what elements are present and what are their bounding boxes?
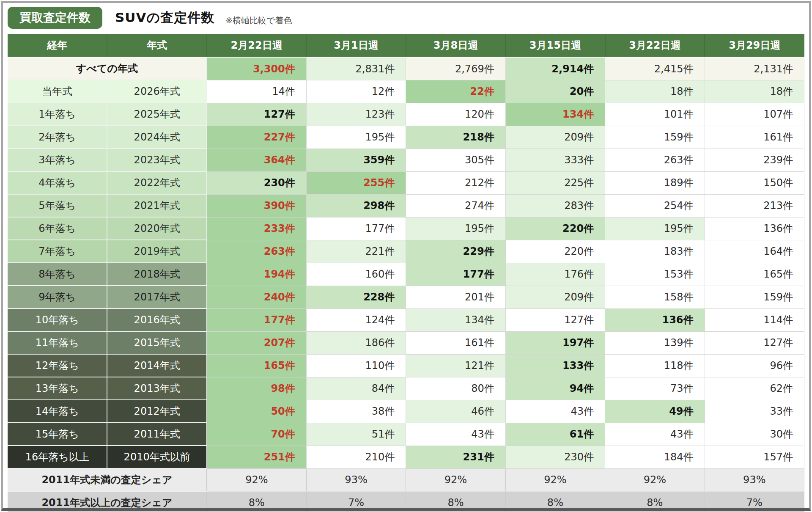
count-cell: 157件 (705, 446, 804, 468)
count-cell: 98件 (207, 377, 306, 400)
count-cell: 124件 (306, 308, 406, 331)
model-year-row: 11年落ち2015年式207件186件161件197件139件127件 (8, 331, 804, 354)
count-cell: 165件 (705, 263, 804, 286)
count-cell: 164件 (705, 240, 804, 263)
count-cell: 43件 (406, 423, 505, 446)
model-year-row: 当年式2026年式14件12件22件20件18件18件 (8, 80, 804, 103)
share-percent-cell: 8% (505, 491, 605, 512)
share-row-label: 2011年式以上の査定シェア (8, 491, 207, 512)
count-cell: 177件 (306, 217, 406, 240)
count-cell: 390件 (207, 194, 306, 217)
age-label: 3年落ち (8, 149, 107, 171)
model-year-label: 2018年式 (107, 263, 206, 286)
count-cell: 194件 (207, 263, 306, 286)
share-percent-cell: 92% (207, 468, 306, 491)
count-cell: 38件 (306, 400, 406, 423)
count-cell: 134件 (406, 308, 505, 331)
count-cell: 227件 (207, 126, 306, 149)
count-cell: 201件 (406, 286, 505, 308)
share-percent-cell: 92% (505, 468, 605, 491)
summary-count-cell: 2,769件 (406, 57, 505, 80)
model-year-label: 2026年式 (107, 80, 206, 103)
count-cell: 255件 (306, 171, 406, 194)
count-cell: 364件 (207, 149, 306, 171)
count-cell: 195件 (306, 126, 406, 149)
count-cell: 333件 (505, 149, 605, 171)
count-cell: 101件 (605, 103, 705, 126)
model-year-row: 4年落ち2022年式230件255件212件225件189件150件 (8, 171, 804, 194)
count-cell: 107件 (705, 103, 804, 126)
count-cell: 195件 (406, 217, 505, 240)
page-header: 買取査定件数 SUVの査定件数 ※横軸比較で着色 (0, 0, 812, 34)
count-cell: 210件 (306, 446, 406, 468)
count-cell: 94件 (505, 377, 605, 400)
count-cell: 70件 (207, 423, 306, 446)
summary-count-cell: 3,300件 (207, 57, 306, 80)
share-percent-cell: 8% (207, 491, 306, 512)
age-label: 6年落ち (8, 217, 107, 240)
column-header: 3月15日週 (505, 34, 605, 57)
age-label: 4年落ち (8, 171, 107, 194)
count-cell: 274件 (406, 194, 505, 217)
model-year-row: 2年落ち2024年式227件195件218件209件159件161件 (8, 126, 804, 149)
model-year-label: 2012年式 (107, 400, 206, 423)
count-cell: 30件 (705, 423, 804, 446)
summary-row-label: すべての年式 (8, 57, 207, 80)
count-cell: 177件 (207, 308, 306, 331)
model-year-label: 2014年式 (107, 354, 206, 377)
model-year-row: 13年落ち2013年式98件84件80件94件73件62件 (8, 377, 804, 400)
count-cell: 161件 (705, 126, 804, 149)
model-year-label: 2020年式 (107, 217, 206, 240)
count-cell: 225件 (505, 171, 605, 194)
count-cell: 22件 (406, 80, 505, 103)
count-cell: 118件 (605, 354, 705, 377)
count-cell: 43件 (605, 423, 705, 446)
coloring-note: ※横軸比較で着色 (225, 15, 292, 29)
age-label: 9年落ち (8, 286, 107, 308)
model-year-row: 16年落ち以上2010年式以前251件210件231件230件184件157件 (8, 446, 804, 468)
count-cell: 183件 (605, 240, 705, 263)
model-year-row: 8年落ち2018年式194件160件177件176件153件165件 (8, 263, 804, 286)
count-cell: 263件 (207, 240, 306, 263)
count-cell: 133件 (505, 354, 605, 377)
count-cell: 305件 (406, 149, 505, 171)
count-cell: 159件 (605, 126, 705, 149)
share-percent-cell: 93% (306, 468, 406, 491)
count-cell: 136件 (605, 308, 705, 331)
model-year-label: 2011年式 (107, 423, 206, 446)
count-cell: 20件 (505, 80, 605, 103)
summary-count-cell: 2,131件 (705, 57, 804, 80)
count-cell: 230件 (505, 446, 605, 468)
count-cell: 212件 (406, 171, 505, 194)
count-cell: 254件 (605, 194, 705, 217)
age-label: 10年落ち (8, 308, 107, 331)
count-cell: 228件 (306, 286, 406, 308)
count-cell: 184件 (605, 446, 705, 468)
model-year-label: 2024年式 (107, 126, 206, 149)
count-cell: 160件 (306, 263, 406, 286)
count-cell: 359件 (306, 149, 406, 171)
count-cell: 123件 (306, 103, 406, 126)
count-cell: 197件 (505, 331, 605, 354)
count-cell: 189件 (605, 171, 705, 194)
count-cell: 134件 (505, 103, 605, 126)
count-cell: 153件 (605, 263, 705, 286)
count-cell: 73件 (605, 377, 705, 400)
count-cell: 220件 (505, 240, 605, 263)
column-header: 3月1日週 (306, 34, 406, 57)
count-cell: 176件 (505, 263, 605, 286)
column-header: 2月22日週 (207, 34, 306, 57)
count-cell: 283件 (505, 194, 605, 217)
count-cell: 218件 (406, 126, 505, 149)
count-cell: 240件 (207, 286, 306, 308)
count-cell: 51件 (306, 423, 406, 446)
count-cell: 84件 (306, 377, 406, 400)
page-title: SUVの査定件数 (115, 9, 214, 27)
count-cell: 62件 (705, 377, 804, 400)
age-label: 12年落ち (8, 354, 107, 377)
age-label: 11年落ち (8, 331, 107, 354)
column-header: 経年 (8, 34, 107, 57)
model-year-label: 2025年式 (107, 103, 206, 126)
model-year-label: 2021年式 (107, 194, 206, 217)
model-year-row: 1年落ち2025年式127件123件120件134件101件107件 (8, 103, 804, 126)
